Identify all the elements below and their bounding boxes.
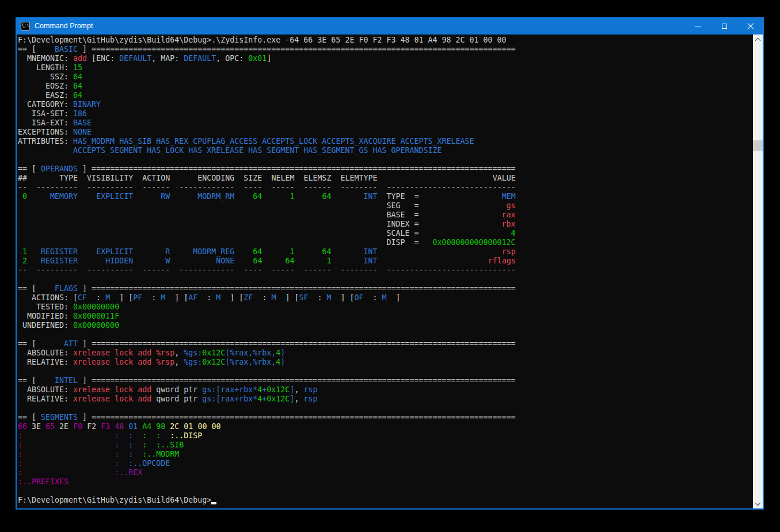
blank-line [18, 487, 753, 496]
operand-row-2: 2 REGISTER HIDDEN W NONE 64 64 1 INT rfl… [18, 257, 753, 266]
att-absolute: ABSOLUTE: xrelease lock add %rsp, %gs:0x… [18, 349, 753, 358]
segments-sib: : : : : :..SIB [18, 441, 753, 450]
maximize-icon [722, 24, 727, 29]
field-length: LENGTH: 15 [18, 63, 753, 72]
blank-line [18, 155, 753, 164]
blank-line [18, 275, 753, 284]
maximize-button[interactable] [711, 17, 737, 35]
section-header-basic: == [ BASIC ] ===========================… [18, 45, 753, 54]
operands-table-header: ## TYPE VISIBILITY ACTION ENCODING SIZE … [18, 174, 753, 183]
flags-actions: ACTIONS: [CF : M ] [PF : M ] [AF : M ] [… [18, 293, 753, 303]
section-header-att: == [ ATT ] =============================… [18, 339, 753, 349]
operand-row-0-disp: DISP = 0x000000000000012C [18, 238, 753, 247]
operand-row-0-scale: SCALE = 4 [18, 229, 753, 238]
segments-modrm: : : : :..MODRM [18, 450, 753, 459]
field-category: CATEGORY: BINARY [18, 100, 753, 109]
cmd-icon[interactable] [21, 22, 30, 30]
blank-line [18, 330, 753, 339]
field-ssz: SSZ: 64 [18, 72, 753, 82]
flags-tested: TESTED: 0x00000000 [18, 303, 753, 312]
blank-line [18, 404, 753, 413]
operand-row-0: 0 MEMORY EXPLICIT RW MODRM_RM 64 1 64 IN… [18, 192, 753, 201]
segments-rex: : :..REX [18, 468, 753, 477]
operands-divider-bottom: -- --------- ---------- ------ ---------… [18, 266, 753, 275]
window-body: F:\Development\GitHub\zydis\Build64\Debu… [16, 35, 764, 510]
command-line: F:\Development\GitHub\zydis\Build64\Debu… [18, 36, 753, 45]
segments-bytes: 66 3E 65 2E F0 F2 F3 48 01 A4 98 2C 01 0… [18, 422, 753, 431]
window-title: Command Prompt [35, 22, 93, 30]
field-isa-set: ISA-SET: I86 [18, 109, 753, 118]
window-controls [684, 17, 764, 35]
field-exceptions: EXCEPTIONS: NONE [18, 128, 753, 137]
command-prompt-window: Command Prompt F:\Development\GitHub\zyd… [16, 17, 764, 510]
intel-absolute: ABSOLUTE: xrelease lock add qword ptr gs… [18, 385, 753, 395]
intel-relative: RELATIVE: xrelease lock add qword ptr gs… [18, 395, 753, 404]
att-relative: RELATIVE: xrelease lock add %rsp, %gs:0x… [18, 358, 753, 367]
text-cursor [211, 496, 216, 504]
field-attributes: ATTRIBUTES: HAS_MODRM HAS_SIB HAS_REX CP… [18, 137, 753, 146]
section-header-operands: == [ OPERANDS ] ========================… [18, 164, 753, 174]
titlebar[interactable]: Command Prompt [16, 17, 764, 35]
minimize-button[interactable] [684, 17, 711, 35]
minimize-icon [695, 26, 701, 26]
segments-disp: : : : : : :..DISP [18, 431, 753, 441]
operands-divider: -- --------- ---------- ------ ---------… [18, 183, 753, 192]
segments-prefixes: :..PREFIXES [18, 477, 753, 487]
operand-row-1: 1 REGISTER EXPLICIT R MODRM_REG 64 1 64 … [18, 247, 753, 257]
section-header-segments: == [ SEGMENTS ] ========================… [18, 413, 753, 422]
field-isa-ext: ISA-EXT: BASE [18, 118, 753, 128]
console-output[interactable]: F:\Development\GitHub\zydis\Build64\Debu… [17, 35, 753, 508]
operand-row-0-seg: SEG = gs [18, 201, 753, 210]
flags-modified: MODIFIED: 0x0000011F [18, 312, 753, 321]
close-button[interactable] [737, 17, 764, 35]
field-easz: EASZ: 64 [18, 91, 753, 100]
chevron-up-icon [755, 37, 761, 43]
blank-line [18, 367, 753, 376]
field-attributes-continued: ACCEPTS_SEGMENT HAS_LOCK HAS_XRELEASE HA… [18, 146, 753, 155]
operand-row-0-base: BASE = rax [18, 210, 753, 220]
scrollbar-up-button[interactable] [753, 35, 763, 44]
chevron-down-icon [755, 500, 761, 506]
prompt-line: F:\Development\GitHub\zydis\Build64\Debu… [18, 496, 753, 505]
flags-undefined: UNDEFINED: 0x00000000 [18, 321, 753, 330]
close-icon [747, 22, 754, 29]
field-mnemonic: MNEMONIC: add [ENC: DEFAULT, MAP: DEFAUL… [18, 54, 753, 63]
segments-opcode: : : :..OPCODE [18, 459, 753, 468]
scrollbar-down-button[interactable] [753, 499, 763, 508]
scrollbar-thumb[interactable] [753, 140, 763, 151]
operand-row-0-index: INDEX = rbx [18, 220, 753, 229]
section-header-intel: == [ INTEL ] ===========================… [18, 376, 753, 385]
section-header-flags: == [ FLAGS ] ===========================… [18, 284, 753, 293]
field-eosz: EOSZ: 64 [18, 82, 753, 91]
scrollbar[interactable] [753, 35, 763, 508]
